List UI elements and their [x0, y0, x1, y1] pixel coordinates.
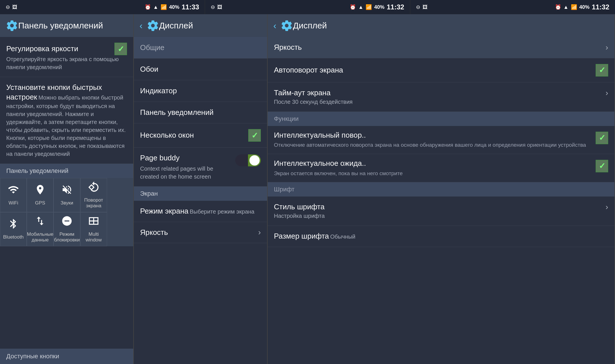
- gps-btn-icon: [34, 184, 46, 198]
- minus-icon-3: ⊖: [416, 4, 420, 10]
- multi-window-checkbox[interactable]: [248, 129, 261, 142]
- font-size-title: Размер шрифта: [274, 232, 329, 240]
- nav-general[interactable]: Общие: [134, 37, 267, 59]
- quickbuttons-item[interactable]: Установите кнопки быстрых настроек Можно…: [0, 77, 133, 164]
- smart-stay-title: Интеллектуальное ожида..: [274, 159, 593, 168]
- quick-btn-lockmode[interactable]: Режим блокировки: [54, 212, 80, 246]
- panel-display-menu: ‹ Дисплей Общие Обои Индикатор Панель ув…: [134, 14, 268, 364]
- smart-rotate-item[interactable]: Интеллектуальный повор.. Отключение авто…: [268, 126, 614, 154]
- quick-btn-data[interactable]: Мобильные данные: [27, 212, 54, 246]
- quickbuttons-subtitle: Можно выбрать кнопки быстрой настройки, …: [6, 94, 126, 157]
- font-style-subtitle: Настройка шрифта: [274, 213, 325, 219]
- gear-icon-2: [147, 19, 159, 32]
- gear-icon-1: [6, 19, 18, 32]
- image-icon-1: 🖼: [12, 4, 17, 10]
- quick-btn-rotate[interactable]: Поворот экрана: [80, 178, 107, 212]
- panel3-header: ‹ Дисплей: [268, 14, 614, 37]
- status-left-2: ⊖ 🖼: [211, 4, 222, 10]
- brightness-arrow-2: ›: [258, 228, 261, 237]
- minus-icon-1: ⊖: [6, 4, 10, 10]
- auto-rotate-checkbox[interactable]: [596, 64, 608, 76]
- font-size-item[interactable]: Размер шрифта Обычный: [268, 226, 614, 247]
- nav-notification-panel[interactable]: Панель уведомлений: [134, 102, 267, 123]
- screen-mode-subtitle: Выберите режим экрана: [190, 208, 254, 215]
- bluetooth-btn-label: Bluetooth: [3, 234, 24, 240]
- brightness-top-arrow: ›: [606, 43, 608, 52]
- brightness-checkbox[interactable]: [114, 43, 127, 55]
- multiwindow-btn-label: Multi window: [81, 231, 107, 243]
- auto-rotate-item[interactable]: Автоповорот экрана: [268, 58, 614, 82]
- alarm-icon-2: ⏰: [350, 4, 356, 10]
- panel2-header: ‹ Дисплей: [134, 14, 267, 37]
- brightness-subtitle: Отрегулируйте яркость экрана с помощью п…: [6, 56, 119, 70]
- sound-btn-label: Звуки: [61, 200, 73, 206]
- image-icon-3: 🖼: [423, 4, 428, 10]
- lockmode-btn-label: Режим блокировки: [54, 231, 80, 243]
- data-btn-icon: [34, 215, 46, 229]
- alarm-icon-1: ⏰: [145, 4, 151, 10]
- wifi-btn-icon: [8, 184, 19, 198]
- time-2: 11:32: [387, 3, 404, 11]
- smart-stay-checkbox[interactable]: [596, 160, 608, 172]
- quick-btn-multiwindow[interactable]: Multi window: [80, 212, 107, 246]
- timeout-item[interactable]: Тайм-аут экрана › После 30 секунд бездей…: [268, 82, 614, 112]
- smart-stay-subtitle: Экран остается включен, пока вы на него …: [274, 169, 593, 178]
- screen-mode-title: Режим экрана: [140, 207, 188, 215]
- smart-rotate-checkbox[interactable]: [596, 132, 608, 144]
- multi-window-item[interactable]: Несколько окон: [134, 123, 267, 148]
- status-left-1: ⊖ 🖼: [6, 4, 17, 10]
- panel3-title: Дисплей: [293, 21, 327, 30]
- page-buddy-item[interactable]: Page buddy Context related pages will be…: [134, 148, 267, 187]
- quick-btn-gps[interactable]: GPS: [27, 178, 54, 212]
- data-btn-label: Мобильные данные: [27, 231, 54, 243]
- quick-btn-bluetooth[interactable]: Bluetooth: [0, 212, 27, 246]
- status-right-3: ⏰ ▲ 📶 40% 11:32: [555, 3, 609, 11]
- brightness-title-2: Яркость: [140, 228, 168, 237]
- status-segment-3: ⊖ 🖼 ⏰ ▲ 📶 40% 11:32: [410, 0, 615, 14]
- page-buddy-toggle[interactable]: I: [235, 154, 261, 166]
- time-3: 11:32: [592, 3, 609, 11]
- status-left-3: ⊖ 🖼: [416, 4, 428, 10]
- multi-window-title: Несколько окон: [140, 131, 194, 140]
- font-style-arrow: ›: [606, 202, 608, 212]
- nav-wallpaper[interactable]: Обои: [134, 59, 267, 80]
- wifi-icon-3: ▲: [563, 4, 569, 10]
- available-buttons-bar: Доступные кнопки: [0, 349, 133, 364]
- font-style-item[interactable]: Стиль шрифта › Настройка шрифта: [268, 197, 614, 226]
- status-segment-1: ⊖ 🖼 ⏰ ▲ 📶 40% 11:33: [0, 0, 205, 14]
- brightness-top-title: Яркость: [274, 43, 302, 52]
- nav-indicator[interactable]: Индикатор: [134, 80, 267, 102]
- panel-notification: Панель уведомлений Регулировка яркости О…: [0, 14, 134, 364]
- brightness-item[interactable]: Регулировка яркости Отрегулируйте яркост…: [0, 37, 133, 77]
- auto-rotate-title: Автоповорот экрана: [274, 65, 343, 75]
- quick-btn-wifi[interactable]: WiFi: [0, 178, 27, 212]
- sound-btn-icon: [61, 184, 73, 198]
- timeout-arrow: ›: [606, 88, 608, 98]
- main-content: Панель уведомлений Регулировка яркости О…: [0, 14, 615, 364]
- battery-text-1: 40%: [169, 4, 179, 10]
- smart-stay-item[interactable]: Интеллектуальное ожида.. Экран остается …: [268, 154, 614, 182]
- font-header: Шрифт: [268, 182, 614, 197]
- battery-text-2: 40%: [374, 4, 384, 10]
- font-size-subtitle: Обычный: [330, 233, 355, 240]
- minus-icon-2: ⊖: [211, 4, 215, 10]
- battery-text-3: 40%: [579, 4, 590, 10]
- screen-mode-item[interactable]: Режим экрана Выберите режим экрана: [134, 201, 267, 222]
- wifi-icon-2: ▲: [358, 4, 363, 10]
- status-right-1: ⏰ ▲ 📶 40% 11:33: [145, 3, 199, 11]
- back-arrow-2[interactable]: ‹: [140, 20, 143, 31]
- quick-btn-sound[interactable]: Звуки: [54, 178, 80, 212]
- functions-header: Функции: [268, 112, 614, 126]
- panel1-header: Панель уведомлений: [0, 14, 133, 37]
- timeout-subtitle: После 30 секунд бездействия: [274, 99, 352, 105]
- signal-icon-1: 📶: [161, 4, 167, 10]
- lockmode-btn-icon: [61, 215, 73, 229]
- font-style-title: Стиль шрифта: [274, 202, 325, 212]
- screen-section-header: Экран: [134, 187, 267, 201]
- timeout-title: Тайм-аут экрана: [274, 88, 331, 98]
- page-buddy-title: Page buddy: [140, 153, 232, 163]
- brightness-top-item[interactable]: Яркость ›: [268, 37, 614, 58]
- back-arrow-3[interactable]: ‹: [273, 20, 276, 31]
- brightness-item-2[interactable]: Яркость ›: [134, 222, 267, 243]
- brightness-title: Регулировка яркости: [6, 44, 78, 54]
